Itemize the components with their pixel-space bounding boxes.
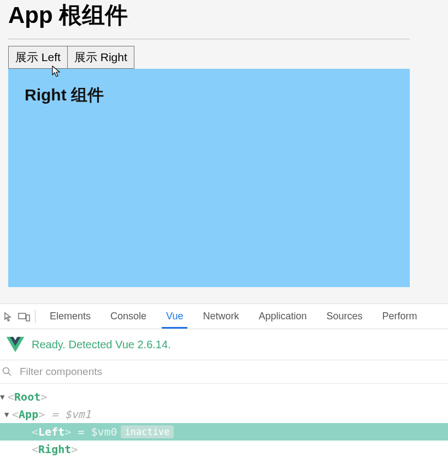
tab-vue[interactable]: Vue <box>156 304 193 329</box>
tree-tag: App <box>19 408 38 421</box>
svg-rect-1 <box>26 315 30 321</box>
tree-tag: Right <box>38 443 71 456</box>
show-right-button[interactable]: 展示 Right <box>67 46 134 69</box>
devtools-tabs: Elements Console Vue Network Application… <box>0 304 448 329</box>
tree-node-root[interactable]: ▼ <Root> <box>0 388 448 406</box>
separator <box>35 310 36 323</box>
tree-tag: Left <box>38 425 64 438</box>
vue-logo-icon <box>7 337 24 352</box>
svg-point-2 <box>3 368 9 374</box>
inactive-badge: inactive <box>121 425 174 438</box>
tree-node-left[interactable]: <Left> = $vm0 inactive <box>0 423 448 441</box>
search-icon <box>2 367 12 377</box>
filter-components-input[interactable] <box>20 366 446 378</box>
tree-node-right[interactable]: <Right> <box>0 441 448 458</box>
tab-perform[interactable]: Perform <box>373 304 427 329</box>
vm-ref: = $vm1 <box>45 408 91 421</box>
tree-node-app[interactable]: ▼ <App> = $vm1 <box>0 406 448 423</box>
vm-ref: = $vm0 <box>71 425 117 438</box>
tab-sources[interactable]: Sources <box>317 304 373 329</box>
inspect-icon[interactable] <box>1 304 16 329</box>
devtools-panel: Elements Console Vue Network Application… <box>0 304 448 458</box>
component-heading: Right 组件 <box>25 84 393 106</box>
show-left-button[interactable]: 展示 Left <box>8 46 68 69</box>
tab-elements[interactable]: Elements <box>40 304 101 329</box>
svg-line-3 <box>8 373 11 376</box>
svg-rect-0 <box>19 313 26 319</box>
devtools-status-bar: Ready. Detected Vue 2.6.14. <box>0 329 448 360</box>
component-tree: ▼ <Root> ▼ <App> = $vm1 <Left> = $vm0 in… <box>0 384 448 458</box>
tab-console[interactable]: Console <box>101 304 156 329</box>
component-box: Right 组件 <box>8 69 410 287</box>
app-title: App 根组件 <box>0 0 448 39</box>
button-row: 展示 Left 展示 Right <box>0 46 448 69</box>
divider <box>8 39 410 39</box>
filter-bar <box>0 360 448 384</box>
device-toggle-icon[interactable] <box>16 304 32 329</box>
tab-network[interactable]: Network <box>193 304 249 329</box>
tab-application[interactable]: Application <box>249 304 316 329</box>
app-pane: App 根组件 展示 Left 展示 Right Right 组件 <box>0 0 448 304</box>
devtools-status-text: Ready. Detected Vue 2.6.14. <box>32 338 171 351</box>
tree-tag: Root <box>14 390 40 403</box>
